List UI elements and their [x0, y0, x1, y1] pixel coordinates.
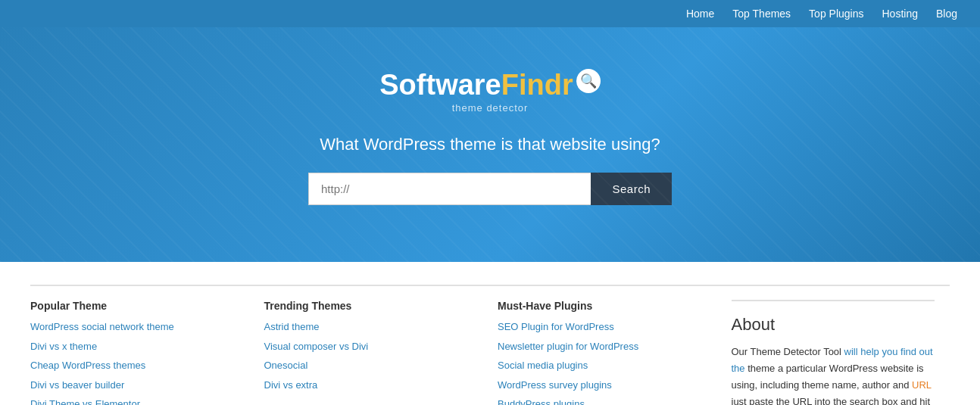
about-text-p4: theme: [802, 379, 829, 391]
plugin-link-2[interactable]: Newsletter plugin for WordPress: [498, 341, 638, 352]
search-button[interactable]: Search: [591, 173, 672, 205]
hero-section: SoftwareFindr🔍 theme detector What WordP…: [0, 27, 980, 262]
plugin-link-4[interactable]: WordPress survey plugins: [498, 379, 612, 391]
popular-link-1[interactable]: WordPress social network theme: [30, 321, 174, 332]
list-item: Divi vs x theme: [30, 339, 234, 354]
search-input[interactable]: [308, 173, 591, 205]
nav-home[interactable]: Home: [686, 8, 714, 20]
popular-link-2[interactable]: Divi vs x theme: [30, 341, 97, 352]
logo-tagline: theme detector: [452, 102, 529, 114]
about-text: Our Theme Detector Tool will help you fi…: [732, 344, 935, 405]
list-item: Social media plugins: [498, 358, 701, 373]
navigation: Home Top Themes Top Plugins Hosting Blog: [0, 0, 980, 27]
list-item: Astrid theme: [264, 319, 468, 335]
list-item: WordPress social network theme: [30, 319, 234, 335]
list-item: Newsletter plugin for WordPress: [498, 339, 701, 354]
must-have-plugins-heading: Must-Have Plugins: [498, 300, 701, 312]
popular-link-3[interactable]: Cheap WordPress themes: [30, 360, 145, 371]
must-have-plugins-col: Must-Have Plugins SEO Plugin for WordPre…: [482, 285, 716, 405]
list-item: Visual composer vs Divi: [264, 339, 468, 354]
hero-headline: What WordPress theme is that website usi…: [320, 135, 660, 154]
about-text-p6: just paste the URL into the search box a…: [732, 396, 931, 405]
plugin-link-3[interactable]: Social media plugins: [498, 360, 588, 371]
list-item: Cheap WordPress themes: [30, 358, 234, 373]
trending-link-2[interactable]: Visual composer vs Divi: [264, 341, 369, 352]
about-text-p1: Our Theme Detector Tool: [732, 346, 844, 357]
list-item: BuddyPress plugins: [498, 397, 701, 405]
list-item: Divi Theme vs Elementor: [30, 397, 234, 405]
list-item: Onesocial: [264, 358, 468, 373]
nav-top-plugins[interactable]: Top Plugins: [809, 8, 863, 20]
must-have-plugins-list: SEO Plugin for WordPress Newsletter plug…: [498, 319, 701, 405]
search-icon: 🔍: [576, 69, 601, 93]
popular-link-5[interactable]: Divi Theme vs Elementor: [30, 398, 140, 405]
search-form: Search: [308, 173, 672, 205]
trending-themes-heading: Trending Themes: [264, 300, 468, 312]
plugin-link-5[interactable]: BuddyPress plugins: [498, 398, 585, 405]
list-item: WordPress survey plugins: [498, 378, 701, 393]
trending-themes-list: Astrid theme Visual composer vs Divi One…: [264, 319, 468, 392]
about-text-p5: name, author and: [829, 379, 912, 391]
about-text-orange1: URL: [912, 379, 932, 391]
nav-blog[interactable]: Blog: [936, 8, 957, 20]
trending-link-4[interactable]: Divi vs extra: [264, 379, 318, 391]
trending-link-3[interactable]: Onesocial: [264, 360, 308, 371]
about-col: About Our Theme Detector Tool will help …: [716, 285, 950, 405]
nav-top-themes[interactable]: Top Themes: [732, 8, 791, 20]
nav-hosting[interactable]: Hosting: [882, 8, 918, 20]
trending-link-1[interactable]: Astrid theme: [264, 321, 320, 332]
trending-themes-col: Trending Themes Astrid theme Visual comp…: [249, 285, 483, 405]
footer-content: Popular Theme WordPress social network t…: [0, 262, 980, 405]
about-heading: About: [732, 300, 935, 335]
list-item: Divi vs extra: [264, 378, 468, 393]
popular-theme-col: Popular Theme WordPress social network t…: [30, 285, 249, 405]
popular-theme-list: WordPress social network theme Divi vs x…: [30, 319, 234, 405]
logo-findr-text: Findr: [501, 70, 573, 99]
logo-software-text: Software: [379, 70, 501, 99]
popular-link-4[interactable]: Divi vs beaver builder: [30, 379, 124, 391]
list-item: SEO Plugin for WordPress: [498, 319, 701, 335]
logo: SoftwareFindr🔍 theme detector: [379, 69, 600, 114]
popular-theme-heading: Popular Theme: [30, 300, 234, 312]
plugin-link-1[interactable]: SEO Plugin for WordPress: [498, 321, 614, 332]
about-text-p2: theme: [747, 363, 775, 374]
list-item: Divi vs beaver builder: [30, 378, 234, 393]
